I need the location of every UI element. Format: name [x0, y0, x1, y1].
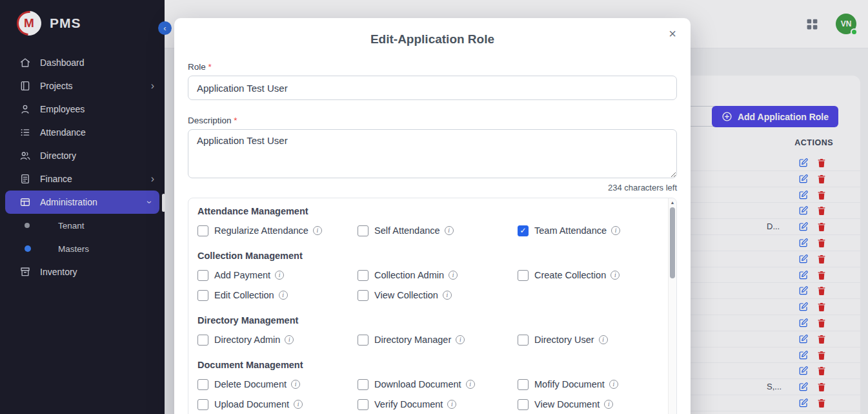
permission-label: Create Collection: [534, 270, 606, 280]
permission-label: Verify Document: [374, 399, 443, 409]
permission-grid: Directory AdminiDirectory ManageriDirect…: [197, 334, 668, 346]
info-icon: i: [449, 271, 458, 280]
checkbox[interactable]: ✓: [518, 225, 529, 236]
info-icon: i: [275, 271, 284, 280]
permissions-panel: Attendance ManagementRegularize Attendan…: [188, 198, 677, 414]
permission-upload-document[interactable]: Upload Documenti: [197, 398, 358, 410]
checkbox[interactable]: [358, 225, 368, 236]
permission-label: Directory Manager: [374, 335, 451, 345]
permission-verify-document[interactable]: Verify Documenti: [358, 398, 518, 410]
permission-download-document[interactable]: Download Documenti: [358, 378, 518, 390]
checkbox[interactable]: [197, 225, 208, 236]
info-icon: i: [443, 291, 452, 300]
permission-group-title: Collection Management: [197, 251, 668, 261]
permission-self-attendance[interactable]: Self Attendancei: [358, 225, 518, 236]
permission-label: View Collection: [374, 290, 438, 300]
checkbox[interactable]: [358, 399, 368, 410]
required-asterisk: *: [208, 62, 212, 72]
permission-directory-user[interactable]: Directory Useri: [518, 334, 668, 346]
checkbox[interactable]: [358, 290, 368, 301]
role-field-label: Role *: [188, 62, 677, 72]
info-icon: i: [611, 271, 620, 280]
close-icon[interactable]: ×: [666, 25, 679, 43]
checkbox[interactable]: [197, 399, 208, 410]
permission-label: Collection Admin: [374, 270, 444, 280]
permission-label: Regularize Attendance: [214, 225, 308, 236]
permission-add-payment[interactable]: Add Paymenti: [197, 269, 358, 281]
info-icon: i: [285, 335, 294, 344]
info-icon: i: [599, 335, 608, 344]
scroll-up-arrow[interactable]: ▲: [671, 198, 675, 206]
permission-edit-collection[interactable]: Edit Collectioni: [197, 289, 358, 301]
permission-group-title: Document Management: [197, 360, 668, 370]
permission-team-attendance[interactable]: ✓Team Attendancei: [518, 225, 668, 236]
checkbox[interactable]: [197, 379, 208, 390]
info-icon: i: [294, 400, 303, 409]
checkbox[interactable]: [518, 379, 529, 390]
permission-label: Self Attendance: [374, 225, 440, 236]
permission-view-document[interactable]: View Documenti: [518, 398, 668, 410]
role-input[interactable]: [188, 76, 677, 100]
permission-create-collection[interactable]: Create Collectioni: [518, 269, 668, 281]
permission-group-title: Attendance Management: [197, 206, 668, 216]
permission-label: Edit Collection: [214, 290, 274, 300]
permission-label: Team Attendance: [534, 225, 607, 236]
description-field-label: Description *: [188, 116, 677, 125]
permission-collection-admin[interactable]: Collection Admini: [358, 269, 518, 281]
permission-grid: Regularize AttendanceiSelf Attendancei✓T…: [197, 225, 668, 236]
info-icon: i: [445, 226, 454, 235]
permission-label: View Document: [534, 399, 600, 409]
checkbox[interactable]: [197, 335, 208, 346]
permission-label: Upload Document: [214, 399, 289, 409]
permission-delete-document[interactable]: Delete Documenti: [197, 378, 358, 390]
checkbox[interactable]: [518, 270, 529, 281]
checkbox[interactable]: [358, 379, 368, 390]
info-icon: i: [447, 400, 456, 409]
info-icon: i: [466, 380, 475, 389]
required-asterisk: *: [234, 116, 237, 125]
info-icon: i: [456, 335, 465, 344]
permission-view-collection[interactable]: View Collectioni: [358, 289, 518, 301]
scrollbar-thumb[interactable]: [670, 207, 675, 278]
info-icon: i: [279, 291, 288, 300]
permission-label: Delete Document: [214, 379, 287, 389]
checkbox[interactable]: [518, 335, 529, 346]
permission-mofify-document[interactable]: Mofify Documenti: [518, 378, 668, 390]
description-textarea[interactable]: Application Test User: [188, 129, 677, 178]
checkbox[interactable]: [358, 270, 368, 281]
info-icon: i: [604, 400, 613, 409]
info-icon: i: [313, 226, 322, 235]
permission-label: Directory User: [534, 335, 594, 345]
permission-label: Add Payment: [214, 270, 270, 280]
modal-title: Edit-Application Role: [188, 18, 677, 47]
permission-directory-admin[interactable]: Directory Admini: [197, 334, 358, 346]
permission-group-title: Directory Management: [197, 315, 668, 326]
characters-left-counter: 234 characters left: [188, 183, 677, 192]
permission-label: Download Document: [374, 379, 461, 389]
checkbox[interactable]: [358, 335, 368, 346]
checkbox[interactable]: [518, 399, 529, 410]
permissions-list: Attendance ManagementRegularize Attendan…: [188, 198, 668, 414]
info-icon: i: [291, 380, 300, 389]
edit-application-role-modal: × Edit-Application Role Role * Descripti…: [174, 18, 691, 414]
info-icon: i: [611, 226, 620, 235]
info-icon: i: [609, 380, 618, 389]
checkbox[interactable]: [197, 270, 208, 281]
permission-directory-manager[interactable]: Directory Manageri: [358, 334, 518, 346]
permission-grid: Add PaymentiCollection AdminiCreate Coll…: [197, 269, 668, 301]
permission-regularize-attendance[interactable]: Regularize Attendancei: [197, 225, 358, 236]
checkbox[interactable]: [197, 290, 208, 301]
permission-label: Mofify Document: [534, 379, 605, 389]
permission-grid: Delete DocumentiDownload DocumentiMofify…: [197, 378, 668, 410]
scrollbar[interactable]: ▲ ▼: [668, 198, 676, 414]
permission-label: Directory Admin: [214, 335, 280, 345]
